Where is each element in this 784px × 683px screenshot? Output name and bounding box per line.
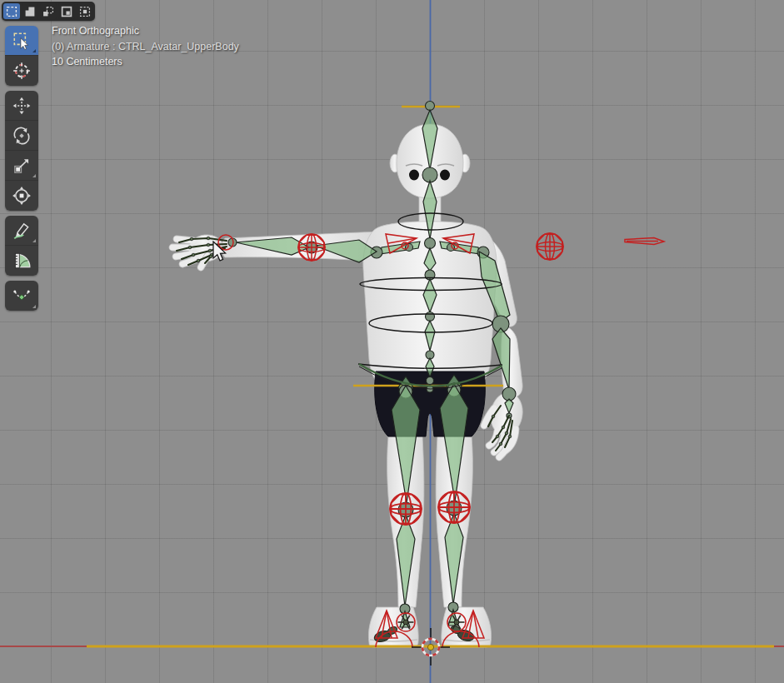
select-mode-extend[interactable] bbox=[22, 3, 38, 19]
select-mode-bar bbox=[2, 2, 95, 21]
tool-pose-breakdowner[interactable] bbox=[5, 281, 38, 311]
elbow-ik-sphere bbox=[298, 234, 325, 261]
select-mode-intersect[interactable] bbox=[77, 3, 93, 19]
rotate-icon bbox=[12, 126, 32, 146]
select-extend-icon bbox=[24, 6, 36, 17]
select-subtract-icon bbox=[42, 6, 54, 17]
pose-breakdowner-icon bbox=[12, 286, 32, 306]
select-invert-icon bbox=[61, 6, 72, 17]
tool-measure[interactable] bbox=[5, 246, 38, 276]
scale-icon bbox=[12, 156, 32, 176]
select-set-icon bbox=[6, 6, 17, 17]
measure-icon bbox=[12, 251, 32, 271]
eye-right bbox=[440, 170, 450, 181]
tool-scale[interactable] bbox=[5, 151, 38, 181]
floating-ik-sphere bbox=[537, 233, 563, 260]
select-intersect-icon bbox=[79, 6, 91, 17]
eye-left bbox=[409, 170, 419, 181]
toolbar bbox=[5, 26, 38, 311]
tool-select-box[interactable] bbox=[5, 26, 38, 56]
annotate-icon bbox=[12, 221, 32, 241]
scene-3d[interactable] bbox=[0, 0, 784, 683]
move-icon bbox=[12, 96, 32, 116]
knee-ik-sphere-right bbox=[438, 491, 470, 523]
tool-cursor[interactable] bbox=[5, 56, 38, 86]
select-box-icon bbox=[12, 31, 32, 51]
select-mode-subtract[interactable] bbox=[40, 3, 57, 19]
select-mode-invert[interactable] bbox=[58, 3, 75, 19]
select-mode-set[interactable] bbox=[3, 3, 20, 19]
blender-3d-viewport[interactable]: Front Orthographic (0) Armature : CTRL_A… bbox=[0, 0, 784, 683]
ik-pointer bbox=[625, 238, 664, 245]
cursor-tool-icon bbox=[12, 61, 32, 81]
knee-ik-sphere-left bbox=[390, 493, 422, 525]
transform-icon bbox=[12, 186, 32, 206]
tool-rotate[interactable] bbox=[5, 121, 38, 151]
tool-move[interactable] bbox=[5, 91, 38, 121]
tool-transform[interactable] bbox=[5, 181, 38, 211]
tool-annotate[interactable] bbox=[5, 216, 38, 246]
